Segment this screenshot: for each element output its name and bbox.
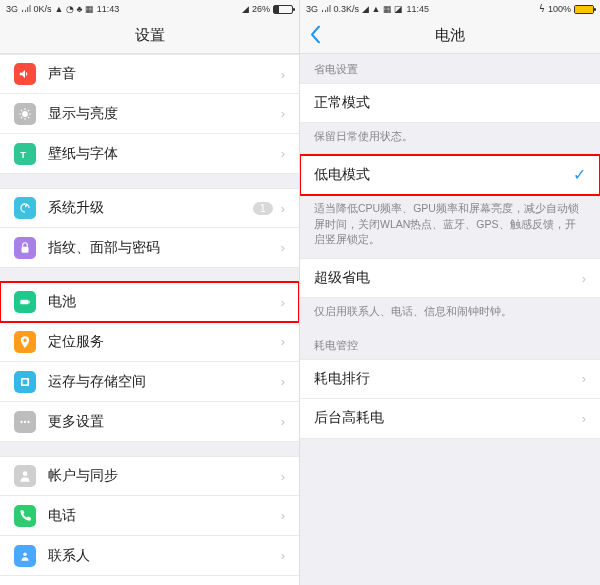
status-time: 11:43 (97, 4, 120, 14)
display-icon (14, 103, 36, 125)
battery-content[interactable]: 省电设置 正常模式 保留日常使用状态。 低电模式 ✓ 适当降低CPU频率、GPU… (300, 54, 600, 585)
normal-mode-desc: 保留日常使用状态。 (300, 123, 600, 155)
chevron-right-icon: › (582, 411, 586, 426)
row-label: 后台高耗电 (314, 409, 582, 427)
settings-row-contacts[interactable]: 联系人› (0, 536, 299, 576)
status-icons: ▲ ◔ ♣ ▦ (55, 4, 94, 14)
signal-text: 3G ،،ıl 0.3K/s (306, 4, 359, 14)
settings-row-messages[interactable]: 信息› (0, 576, 299, 585)
low-power-mode-row[interactable]: 低电模式 ✓ (300, 155, 600, 195)
back-button[interactable] (310, 25, 321, 46)
row-label: 更多设置 (48, 413, 281, 431)
settings-row-account[interactable]: 帐户与同步› (0, 456, 299, 496)
row-label: 帐户与同步 (48, 467, 281, 485)
chevron-right-icon: › (281, 374, 285, 389)
row-label: 运存与存储空间 (48, 373, 281, 391)
settings-row-display[interactable]: 显示与亮度› (0, 94, 299, 134)
svg-point-10 (23, 471, 28, 476)
status-left: 3G ،،ıl 0.3K/s ◢ ▲ ▦ ◪ 11:45 (306, 4, 429, 14)
svg-point-0 (22, 111, 28, 117)
row-label: 正常模式 (314, 94, 586, 112)
chevron-right-icon: › (582, 271, 586, 286)
super-saver-desc: 仅启用联系人、电话、信息和闹钟时钟。 (300, 298, 600, 330)
settings-row-battery[interactable]: 电池› (0, 282, 299, 322)
status-time: 11:45 (406, 4, 429, 14)
account-icon (14, 465, 36, 487)
svg-point-11 (23, 552, 27, 556)
row-label: 指纹、面部与密码 (48, 239, 281, 257)
chevron-right-icon: › (281, 146, 285, 161)
chevron-left-icon (310, 25, 321, 43)
svg-point-7 (20, 420, 22, 422)
svg-text:T: T (20, 149, 26, 159)
chevron-right-icon: › (281, 334, 285, 349)
nav-bar-right: 电池 (300, 18, 600, 54)
battery-icon (14, 291, 36, 313)
chevron-right-icon: › (281, 469, 285, 484)
status-bar-left: 3G ،،ıl 0K/s ▲ ◔ ♣ ▦ 11:43 ◢ 26% (0, 0, 299, 18)
wallpaper-icon: T (14, 143, 36, 165)
power-ranking-row[interactable]: 耗电排行 › (300, 359, 600, 399)
row-label: 电话 (48, 507, 281, 525)
row-label: 定位服务 (48, 333, 281, 351)
row-label: 联系人 (48, 547, 281, 565)
row-label: 声音 (48, 65, 281, 83)
status-right: ◢ 26% (242, 4, 293, 14)
row-label: 低电模式 (314, 166, 573, 184)
battery-pct: 26% (252, 4, 270, 14)
charging-icon: ϟ (539, 4, 545, 14)
settings-list[interactable]: 声音›显示与亮度›T壁纸与字体›系统升级1›指纹、面部与密码›电池›定位服务›运… (0, 54, 299, 585)
nav-bar-left: 设置 (0, 18, 299, 54)
row-label: 超级省电 (314, 269, 582, 287)
update-icon (14, 197, 36, 219)
chevron-right-icon: › (281, 548, 285, 563)
security-icon (14, 237, 36, 259)
chevron-right-icon: › (281, 240, 285, 255)
check-icon: ✓ (573, 165, 586, 184)
row-label: 耗电排行 (314, 370, 582, 388)
more-icon (14, 411, 36, 433)
contacts-icon (14, 545, 36, 567)
settings-row-location[interactable]: 定位服务› (0, 322, 299, 362)
page-title: 电池 (435, 26, 465, 45)
battery-icon (273, 5, 293, 14)
chevron-right-icon: › (281, 295, 285, 310)
svg-rect-6 (23, 379, 28, 384)
wifi-icon: ◢ (242, 4, 249, 14)
chevron-right-icon: › (281, 106, 285, 121)
settings-row-security[interactable]: 指纹、面部与密码› (0, 228, 299, 268)
chevron-right-icon: › (281, 414, 285, 429)
row-label: 系统升级 (48, 199, 253, 217)
super-saver-row[interactable]: 超级省电 › (300, 258, 600, 298)
status-right: ϟ 100% (539, 4, 594, 14)
background-power-row[interactable]: 后台高耗电 › (300, 399, 600, 439)
sound-icon (14, 63, 36, 85)
phone-icon (14, 505, 36, 527)
battery-icon (574, 5, 594, 14)
status-left: 3G ،،ıl 0K/s ▲ ◔ ♣ ▦ 11:43 (6, 4, 119, 14)
settings-row-update[interactable]: 系统升级1› (0, 188, 299, 228)
chevron-right-icon: › (582, 371, 586, 386)
low-power-mode-desc: 适当降低CPU频率、GPU频率和屏幕亮度，减少自动锁屏时间，关闭WLAN热点、蓝… (300, 195, 600, 258)
row-label: 显示与亮度 (48, 105, 281, 123)
row-label: 电池 (48, 293, 281, 311)
section-power-saving: 省电设置 (300, 54, 600, 83)
settings-row-phone[interactable]: 电话› (0, 496, 299, 536)
normal-mode-row[interactable]: 正常模式 (300, 83, 600, 123)
settings-row-sound[interactable]: 声音› (0, 54, 299, 94)
settings-row-storage[interactable]: 运存与存储空间› (0, 362, 299, 402)
settings-row-wallpaper[interactable]: T壁纸与字体› (0, 134, 299, 174)
settings-row-more[interactable]: 更多设置› (0, 402, 299, 442)
battery-screen: 3G ،،ıl 0.3K/s ◢ ▲ ▦ ◪ 11:45 ϟ 100% 电池 省… (300, 0, 600, 585)
signal-text: 3G ،،ıl 0K/s (6, 4, 52, 14)
status-bar-right: 3G ،،ıl 0.3K/s ◢ ▲ ▦ ◪ 11:45 ϟ 100% (300, 0, 600, 18)
chevron-right-icon: › (281, 508, 285, 523)
location-icon (14, 331, 36, 353)
svg-rect-2 (22, 246, 29, 252)
svg-point-9 (27, 420, 29, 422)
battery-pct: 100% (548, 4, 571, 14)
page-title: 设置 (135, 26, 165, 45)
section-consumption: 耗电管控 (300, 330, 600, 359)
row-label: 壁纸与字体 (48, 145, 281, 163)
chevron-right-icon: › (281, 67, 285, 82)
